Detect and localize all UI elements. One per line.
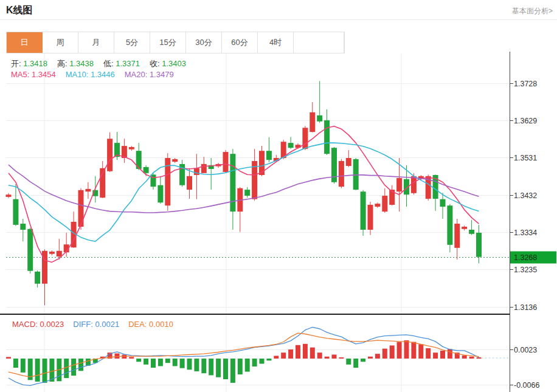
macd-histogram-bar (375, 354, 380, 359)
macd-histogram-bar (281, 352, 286, 359)
macd-histogram-bar (440, 351, 445, 359)
candle-body (353, 159, 359, 190)
macd-histogram-bar (260, 359, 265, 363)
candle-body (157, 185, 163, 203)
candle-body (85, 189, 91, 191)
macd-readout: MACD: 0.0023DIFF: 0.0021DEA: 0.0010 (12, 320, 182, 329)
candle-body (223, 152, 229, 172)
ohlc-readout: 开: 1.3418高: 1.3438低: 1.3371收: 1.3403 (11, 58, 196, 69)
macd-axis-label: 0.0023 (514, 346, 537, 354)
macd-histogram-bar (317, 352, 322, 359)
header-divider (0, 19, 557, 20)
macd-histogram-bar (165, 359, 170, 363)
macd-histogram-bar (223, 359, 228, 379)
candle-body (27, 229, 33, 271)
macd-histogram-bar (266, 359, 271, 360)
candle-body (288, 143, 294, 148)
readout-开: 开: 1.3418 (11, 58, 47, 69)
macd-histogram-bar (477, 357, 482, 359)
macd-histogram-bar (187, 359, 192, 370)
macd-histogram-bar (194, 359, 199, 371)
macd-histogram-bar (238, 359, 243, 374)
macd-histogram-bar (115, 354, 120, 359)
macd-histogram-bar (426, 348, 431, 359)
macd-histogram-bar (418, 344, 423, 359)
tab-m30[interactable]: 30分 (186, 32, 222, 53)
macd-histogram-bar (216, 359, 221, 377)
tab-day[interactable]: 日 (7, 32, 43, 53)
candle-body (201, 164, 207, 173)
fundamental-analysis-link[interactable]: 基本面分析> (512, 6, 553, 16)
readout-高: 高: 1.3438 (57, 58, 94, 69)
candle-body (454, 224, 460, 248)
macd-histogram-bar (303, 344, 308, 359)
candle-body (411, 176, 417, 193)
candle-body (476, 233, 482, 257)
macd-histogram-bar (158, 359, 163, 366)
candle-body (35, 272, 40, 284)
ma-readout: MA5: 1.3454MA10: 1.3446MA20: 1.3479 (11, 70, 184, 79)
macd-histogram-bar (325, 357, 330, 359)
candle-body (266, 151, 272, 160)
macd-histogram-bar (71, 359, 76, 376)
macd-histogram-bar (129, 357, 134, 359)
readout-低: 低: 1.3371 (103, 58, 140, 69)
candle-body (396, 178, 402, 191)
macd-histogram-bar (144, 359, 148, 365)
macd-histogram-bar (252, 359, 257, 366)
tab-week[interactable]: 周 (43, 32, 78, 53)
tab-m60[interactable]: 60分 (222, 32, 258, 53)
tab-m5[interactable]: 5分 (114, 32, 150, 53)
candle-body (129, 147, 134, 150)
macd-axis-label: -0.0066 (514, 381, 539, 390)
candle-body (194, 168, 199, 175)
candle-body (361, 191, 366, 230)
candle-body (187, 176, 192, 190)
macd-histogram-bar (274, 356, 278, 359)
candle-body (49, 252, 55, 254)
timeframe-tabs: 日周月5分15分30分60分4时 (6, 32, 345, 53)
readout-dea: DEA: 0.0010 (128, 320, 173, 329)
readout-diff: DIFF: 0.0021 (73, 320, 119, 329)
candle-body (317, 115, 322, 122)
kline-page: 1.37281.36291.35311.34321.33341.32351.31… (0, 0, 557, 392)
macd-histogram-bar (368, 357, 373, 359)
candle-body (440, 199, 446, 207)
macd-histogram-bar (332, 354, 337, 359)
candle-body (469, 230, 474, 234)
candle-body (57, 251, 62, 256)
macd-histogram-bar (6, 357, 11, 359)
macd-histogram-bar (21, 359, 26, 373)
price-axis-label: 1.3334 (514, 229, 537, 237)
macd-histogram-bar (13, 359, 18, 368)
macd-histogram-bar (173, 359, 178, 366)
price-axis-label: 1.3136 (514, 303, 537, 312)
readout-ma5: MA5: 1.3454 (11, 70, 56, 79)
macd-histogram-bar (64, 359, 69, 378)
macd-histogram-bar (43, 359, 47, 383)
macd-histogram-bar (397, 342, 402, 359)
tab-h4[interactable]: 4时 (258, 32, 294, 53)
tab-month[interactable]: 月 (78, 32, 114, 53)
macd-histogram-bar (78, 359, 83, 371)
macd-histogram-bar (404, 340, 409, 359)
price-axis-label: 1.3531 (514, 154, 537, 162)
candle-body (368, 205, 373, 230)
candle-body (324, 120, 330, 154)
macd-histogram-bar (288, 349, 293, 359)
candle-body (346, 158, 351, 166)
macd-histogram-bar (346, 359, 351, 365)
macd-histogram-bar (448, 349, 452, 359)
last-price-label: 1.3268 (514, 253, 537, 262)
readout-ma10: MA10: 1.3446 (66, 70, 115, 79)
macd-histogram-bar (136, 359, 141, 362)
macd-histogram-bar (209, 359, 213, 375)
candle-body (13, 199, 18, 225)
price-axis-label: 1.3629 (514, 117, 537, 125)
macd-histogram-bar (245, 359, 250, 372)
macd-histogram-bar (361, 359, 365, 362)
macd-histogram-bar (462, 356, 467, 359)
tab-m15[interactable]: 15分 (150, 32, 186, 53)
readout-收: 收: 1.3403 (150, 58, 186, 69)
candle-body (447, 205, 452, 245)
